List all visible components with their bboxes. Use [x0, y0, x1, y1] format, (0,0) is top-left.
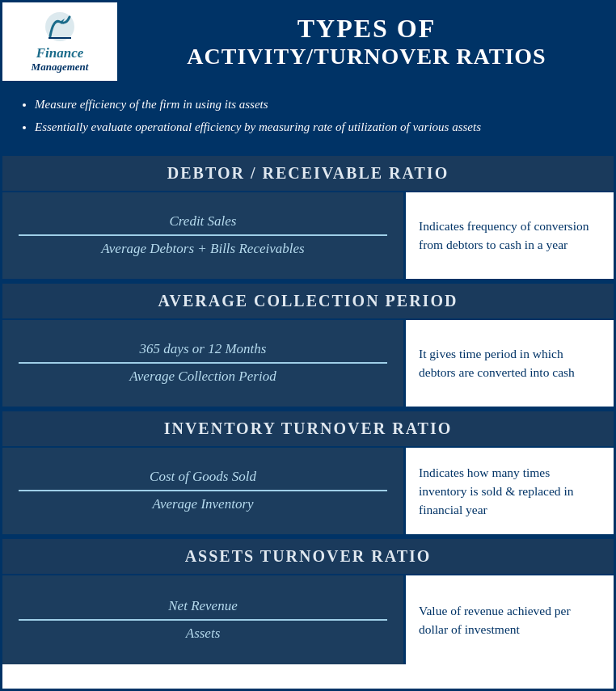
intro-bullet-1: Measure efficiency of the firm in using …: [35, 95, 589, 114]
section-header-collection: AVERAGE COLLECTION PERIOD: [2, 281, 614, 320]
section-title-assets: ASSETS TURNOVER RATIO: [185, 547, 432, 565]
description-collection: It gives time period in which debtors ar…: [403, 320, 614, 407]
intro-list: Measure efficiency of the firm in using …: [35, 95, 589, 137]
section-header-assets: ASSETS TURNOVER RATIO: [2, 537, 614, 575]
description-debtor: Indicates frequency of conversion from d…: [403, 192, 614, 279]
ratio-row-collection: 365 days or 12 Months Average Collection…: [2, 320, 614, 409]
denominator-debtor: Average Debtors + Bills Receivables: [19, 236, 387, 257]
section-title-debtor: DEBTOR / RECEIVABLE RATIO: [167, 164, 449, 182]
logo-icon: [44, 11, 76, 43]
denominator-assets: Assets: [19, 621, 387, 642]
numerator-debtor: Credit Sales: [19, 213, 387, 236]
formula-debtor: Credit Sales Average Debtors + Bills Rec…: [2, 192, 403, 279]
description-assets: Value of revenue achieved per dollar of …: [403, 575, 614, 664]
description-inventory: Indicates how many times inventory is so…: [403, 448, 614, 534]
title-line2: ACTIVITY/TURNOVER RATIOS: [187, 44, 546, 70]
section-header-inventory: INVENTORY TURNOVER RATIO: [2, 409, 614, 448]
logo-box: Finance Management: [2, 2, 120, 81]
intro-bullet-2: Essentially evaluate operational efficie…: [35, 117, 589, 137]
header: Finance Management TYPES OF ACTIVITY/TUR…: [2, 2, 614, 83]
formula-inventory: Cost of Goods Sold Average Inventory: [2, 448, 403, 534]
formula-collection: 365 days or 12 Months Average Collection…: [2, 320, 403, 407]
numerator-collection: 365 days or 12 Months: [19, 341, 387, 364]
section-title-inventory: INVENTORY TURNOVER RATIO: [164, 419, 453, 437]
numerator-inventory: Cost of Goods Sold: [19, 469, 387, 491]
logo-finance: Finance: [36, 46, 84, 61]
ratio-row-debtor: Credit Sales Average Debtors + Bills Rec…: [2, 192, 614, 281]
denominator-collection: Average Collection Period: [19, 364, 387, 385]
formula-assets: Net Revenue Assets: [2, 575, 403, 664]
title-line1: TYPES OF: [297, 14, 437, 44]
denominator-inventory: Average Inventory: [19, 491, 387, 512]
ratio-row-inventory: Cost of Goods Sold Average Inventory Ind…: [2, 448, 614, 537]
header-title: TYPES OF ACTIVITY/TURNOVER RATIOS: [120, 2, 614, 81]
ratio-row-assets: Net Revenue Assets Value of revenue achi…: [2, 575, 614, 664]
numerator-assets: Net Revenue: [19, 598, 387, 621]
section-header-debtor: DEBTOR / RECEIVABLE RATIO: [2, 154, 614, 192]
section-title-collection: AVERAGE COLLECTION PERIOD: [158, 292, 458, 310]
logo-management: Management: [32, 61, 89, 73]
intro-section: Measure efficiency of the firm in using …: [2, 83, 614, 154]
